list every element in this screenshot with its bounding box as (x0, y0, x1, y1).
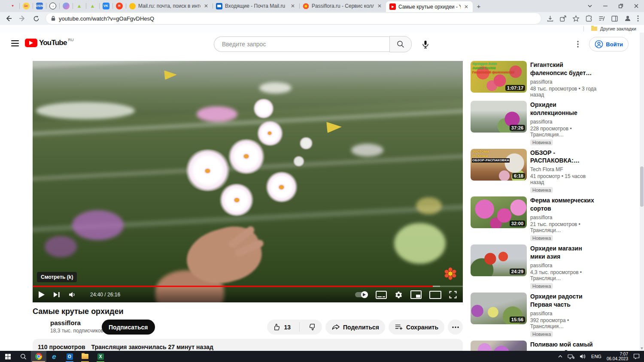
search-button[interactable] (389, 36, 412, 52)
tab[interactable]: Входящие - Почта Mail.ru✕ (213, 0, 299, 12)
video-thumbnail[interactable]: ЭУСТОМАИз КенииОБЗОР-РАСПАКОВКА6:18 (471, 149, 527, 181)
browser-menu-icon[interactable] (637, 15, 639, 22)
video-title[interactable]: Поливаю мой самый популярный подоконник … (530, 341, 597, 351)
start-button[interactable] (0, 351, 15, 362)
yandex-icon[interactable]: Я (112, 0, 126, 12)
tab[interactable]: Passiflora.ru - Сервис коллектив✕ (299, 0, 386, 12)
yt-menu-icon[interactable] (577, 40, 579, 48)
tray-chevron-icon[interactable] (558, 355, 562, 358)
channel-name[interactable]: passiflora (530, 311, 597, 317)
tab-close-icon[interactable]: ✕ (463, 3, 469, 10)
next-button[interactable] (53, 291, 60, 298)
video-thumbnail[interactable]: 32:00 (471, 196, 527, 228)
taskbar-excel-icon[interactable]: X (93, 351, 108, 362)
video-thumbnail[interactable]: Орхидеи АзииJumbo OrchidГигантский фален… (471, 61, 527, 93)
video-title[interactable]: Гигантский фаленопсис будет цвести! (530, 61, 597, 77)
share-icon[interactable] (559, 15, 567, 22)
forward-button[interactable] (17, 13, 27, 24)
play-button[interactable] (39, 291, 45, 298)
video-title[interactable]: Ферма коммерческих сортов (530, 196, 597, 213)
video-thumbnail[interactable]: 43:26 (471, 341, 527, 351)
other-bookmarks-label[interactable]: Другие закладки (600, 26, 636, 31)
channel-name[interactable]: passiflora (530, 79, 597, 85)
signin-button[interactable]: Войти (589, 37, 629, 51)
taskbar-ie-icon[interactable]: e (46, 351, 62, 362)
youtube-logo[interactable]: YouTube RU (25, 39, 74, 47)
close-window-button[interactable] (629, 0, 644, 12)
dsn-icon[interactable]: DSN (33, 0, 46, 12)
channel-info[interactable]: passiflora 18,3 тыс. подписчиков (50, 319, 103, 334)
recommended-video[interactable]: Орхидеи АзииJumbo OrchidГигантский фален… (471, 61, 599, 98)
miniplayer-icon[interactable] (410, 290, 422, 299)
tab-close-icon[interactable]: ✕ (290, 3, 296, 9)
tab[interactable]: Mail.ru: почта, поиск в интерне✕ (126, 0, 213, 12)
side-panel-icon[interactable] (611, 15, 618, 22)
hamburger-menu-icon[interactable] (11, 40, 19, 46)
video-title[interactable]: Орхидеи коллекционные (530, 101, 597, 117)
speaker-icon[interactable] (580, 354, 586, 359)
tab-close-icon[interactable]: ✕ (377, 3, 383, 9)
new-tab-button[interactable]: + (473, 0, 485, 12)
like-button[interactable]: 13 (267, 320, 296, 335)
channel-watermark-icon[interactable] (444, 267, 457, 280)
back-button[interactable] (3, 13, 14, 24)
autoplay-toggle[interactable] (355, 292, 368, 297)
page-scrollbar[interactable] (640, 33, 644, 351)
theater-mode-icon[interactable] (429, 291, 441, 299)
volume-icon[interactable] (69, 291, 76, 298)
taskbar-chrome-icon[interactable] (31, 351, 46, 362)
video-title[interactable]: Орхидеи радости Первая часть (530, 293, 597, 309)
bookmark-star-icon[interactable] (572, 15, 580, 22)
subtitles-icon[interactable] (376, 291, 387, 299)
tab-active[interactable]: Самые крутые орхидеи - YouTu✕ (386, 1, 473, 12)
triangle-icon[interactable]: ▲ (73, 0, 86, 12)
network-icon[interactable] (568, 354, 574, 359)
tab-search-icon[interactable] (582, 0, 598, 12)
taskbar-explorer-icon[interactable] (77, 351, 93, 362)
more-actions-button[interactable] (448, 320, 463, 335)
recommended-video[interactable]: 37:26Орхидеи коллекционныеpassiflora228 … (471, 101, 599, 146)
settings-gear-icon[interactable] (395, 291, 403, 299)
restore-button[interactable] (613, 0, 629, 12)
channel-name[interactable]: passiflora (530, 119, 597, 125)
extensions-icon[interactable] (585, 15, 592, 22)
profile-icon[interactable] (624, 15, 632, 22)
video-title[interactable]: Орхидеи магазин мики азия (530, 244, 597, 261)
triangle-icon[interactable]: ▲ (86, 0, 99, 12)
language-indicator[interactable]: ENG (591, 354, 601, 359)
vk-icon[interactable]: VK (99, 0, 112, 12)
search-box[interactable] (214, 36, 389, 52)
taskbar-outlook-icon[interactable]: O (62, 351, 77, 362)
recommended-video[interactable]: 32:00Ферма коммерческих сортовpassiflora… (471, 196, 599, 241)
video-player[interactable]: Смотреть (k) 24:40 / 26:16 (33, 61, 463, 302)
scrollbar-down-arrow[interactable] (641, 347, 643, 350)
recommended-video[interactable]: ЭУСТОМАИз КенииОБЗОР-РАСПАКОВКА6:18ОБЗОР… (471, 149, 599, 194)
taskbar-search-icon[interactable] (15, 351, 31, 362)
recommended-video[interactable]: 24:29Орхидеи магазин мики азияpassiflora… (471, 244, 599, 290)
fullscreen-icon[interactable] (449, 291, 457, 299)
taskbar-clock[interactable]: 7:07 06.04.2023 (607, 352, 628, 362)
video-thumbnail[interactable]: 24:29 (471, 244, 527, 276)
channel-name[interactable]: Tech Flora MF (530, 166, 597, 172)
video-thumbnail[interactable]: 37:26 (471, 101, 527, 133)
arrow-circle-icon[interactable]: → (46, 0, 59, 12)
reading-list-icon[interactable] (598, 15, 605, 22)
share-button[interactable]: Поделиться (325, 320, 385, 335)
scrollbar-thumb[interactable] (640, 166, 644, 207)
channel-name[interactable]: passiflora (530, 262, 597, 268)
minimize-button[interactable] (598, 0, 613, 12)
recommended-video[interactable]: 43:26Поливаю мой самый популярный подоко… (471, 341, 599, 351)
video-title[interactable]: ОБЗОР - РАСПАКОВКА: кенийская эустома от… (530, 149, 597, 165)
dislike-button[interactable] (303, 320, 322, 335)
url-text[interactable]: youtube.com/watch?v=gOaFgvDHesQ (59, 15, 154, 22)
save-button[interactable]: Сохранить (389, 320, 444, 335)
heart-icon[interactable]: ♥ (6, 0, 19, 12)
sphere-icon[interactable] (59, 0, 73, 12)
notification-icon[interactable] (633, 353, 640, 359)
voice-search-button[interactable] (418, 36, 433, 52)
subscribe-button[interactable]: Подписаться (102, 320, 155, 335)
channel-name[interactable]: passiflora (50, 319, 103, 326)
address-bar[interactable]: youtube.com/watch?v=gOaFgvDHesQ (46, 12, 541, 24)
search-input[interactable] (221, 40, 388, 48)
tab-close-icon[interactable]: ✕ (203, 3, 209, 9)
